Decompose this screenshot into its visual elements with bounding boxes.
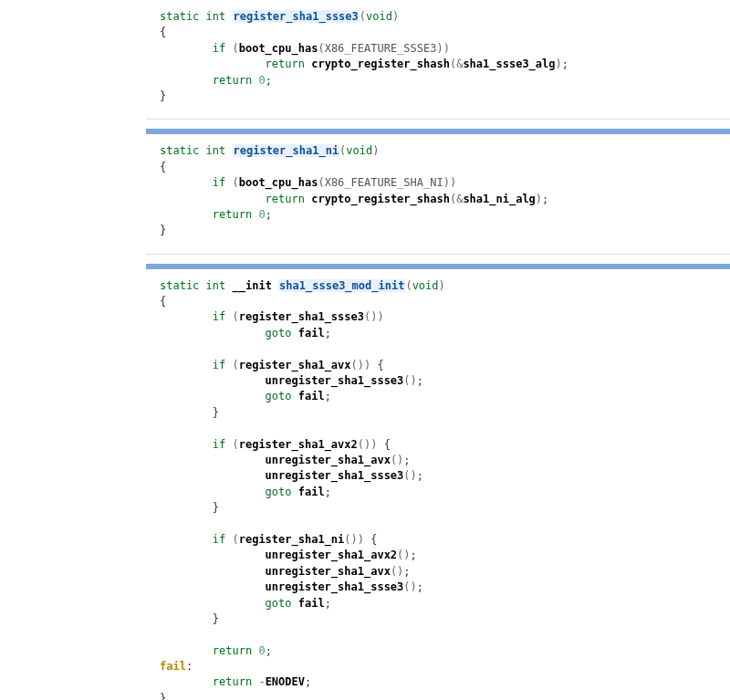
fn-call-unregister-sha1-ssse3: unregister_sha1_ssse3 (266, 580, 404, 593)
keyword-void: void (412, 279, 439, 292)
code-line: unregister_sha1_ssse3(); (0, 468, 730, 484)
keyword-if: if (213, 310, 225, 323)
code-line: return crypto_register_shash(&sha1_ssse3… (0, 57, 730, 72)
rbrace: } (213, 406, 219, 419)
fn-call-crypto-register-shash: crypto_register_shash (311, 193, 450, 205)
fn-def-sha1-ssse3-mod-init: sha1_ssse3_mod_init (278, 279, 405, 292)
lbrace: { (370, 533, 377, 546)
lparen: ( (232, 533, 238, 546)
rparen: ) (392, 10, 399, 23)
semi: ; (325, 390, 331, 402)
code-line: fail: (0, 659, 730, 674)
semi: ; (325, 327, 331, 340)
fn-call-unregister-sha1-avx: unregister_sha1_avx (266, 454, 391, 466)
divider-thin (146, 119, 730, 120)
rparen: ) (358, 359, 364, 371)
keyword-int: int (206, 279, 226, 292)
divider-thick (146, 129, 730, 134)
divider-thin (146, 254, 730, 255)
keyword-if: if (213, 176, 225, 189)
lparen: ( (360, 10, 366, 23)
keyword-goto: goto (266, 597, 292, 610)
keyword-return: return (213, 74, 252, 87)
rbrace: } (213, 501, 219, 514)
semi: ; (325, 597, 331, 610)
semi: ; (542, 193, 548, 205)
lparen: ( (232, 438, 238, 451)
code-line: if (register_sha1_ssse3()) (0, 309, 730, 325)
label-ref-fail: fail (298, 597, 325, 610)
rbrace: } (160, 224, 166, 236)
code-line: unregister_sha1_avx(); (0, 564, 730, 580)
code-line: return -ENODEV; (0, 674, 730, 690)
lparen: ( (318, 176, 324, 189)
semi: ; (403, 454, 410, 466)
label-ref-fail: fail (298, 390, 325, 402)
fn-call-crypto-register-shash: crypto_register_shash (311, 57, 450, 70)
fn-call-boot-cpu-has: boot_cpu_has (239, 176, 318, 189)
keyword-return: return (213, 208, 252, 221)
fn-def-register-sha1-ssse3: register_sha1_ssse3 (233, 10, 360, 23)
lparen: ( (232, 359, 238, 371)
code-block-3: static int __init sha1_ssse3_mod_init(vo… (0, 278, 730, 700)
colon: : (186, 660, 193, 673)
code-line: goto fail; (0, 389, 730, 404)
keyword-static: static (160, 144, 199, 157)
semi: ; (417, 469, 423, 482)
lparen: ( (403, 580, 410, 593)
keyword-int: int (206, 10, 226, 23)
code-line: unregister_sha1_avx2(); (0, 548, 730, 563)
rbrace: } (160, 692, 166, 700)
keyword-if: if (213, 438, 225, 451)
rparen: ) (443, 176, 450, 189)
code-line (0, 517, 730, 532)
minus: - (258, 675, 265, 688)
keyword-goto: goto (266, 486, 292, 498)
code-line: } (0, 89, 730, 104)
keyword-void: void (346, 144, 372, 157)
code-line: goto fail; (0, 326, 730, 341)
semi: ; (411, 549, 417, 561)
keyword-if: if (213, 359, 225, 371)
const-enodev: ENODEV (266, 675, 305, 688)
semi: ; (266, 208, 272, 221)
semi: ; (266, 644, 272, 657)
literal-zero: 0 (258, 74, 265, 87)
lparen: ( (358, 438, 364, 451)
code-block-1: static int register_sha1_ssse3(void) { i… (0, 9, 730, 111)
rparen: ) (372, 144, 379, 157)
code-block-2: static int register_sha1_ni(void) { if (… (0, 143, 730, 246)
fn-call-unregister-sha1-avx: unregister_sha1_avx (266, 565, 391, 578)
rbrace: } (213, 612, 219, 625)
code-line: goto fail; (0, 596, 730, 611)
semi: ; (417, 580, 423, 593)
rparen: ) (358, 533, 364, 546)
fn-call-unregister-sha1-ssse3: unregister_sha1_ssse3 (266, 374, 404, 387)
fn-call-register-sha1-avx: register_sha1_avx (239, 359, 351, 371)
code-line: if (boot_cpu_has(X86_FEATURE_SSSE3)) (0, 41, 730, 57)
lparen: ( (351, 359, 358, 371)
keyword-if: if (213, 42, 225, 55)
keyword-return: return (266, 193, 305, 205)
code-line: unregister_sha1_avx(); (0, 453, 730, 468)
fn-call-register-sha1-avx2: register_sha1_avx2 (239, 438, 358, 451)
lbrace: { (384, 438, 391, 451)
code-line (0, 421, 730, 436)
fn-def-register-sha1-ni: register_sha1_ni (233, 144, 340, 157)
lparen: ( (318, 42, 324, 55)
lparen: ( (232, 176, 238, 189)
lparen: ( (232, 310, 238, 323)
code-line: static int __init sha1_ssse3_mod_init(vo… (0, 278, 730, 294)
rparen: ) (411, 580, 417, 593)
code-line: unregister_sha1_ssse3(); (0, 580, 730, 595)
code-line: { (0, 160, 730, 175)
semi: ; (325, 486, 331, 498)
lparen: ( (403, 374, 410, 387)
rparen: ) (364, 359, 370, 371)
rparen: ) (370, 438, 377, 451)
fn-call-register-sha1-ssse3: register_sha1_ssse3 (239, 310, 364, 323)
rparen: ) (450, 176, 456, 189)
fn-call-boot-cpu-has: boot_cpu_has (239, 42, 318, 55)
keyword-static: static (160, 10, 199, 23)
literal-zero: 0 (258, 644, 265, 657)
